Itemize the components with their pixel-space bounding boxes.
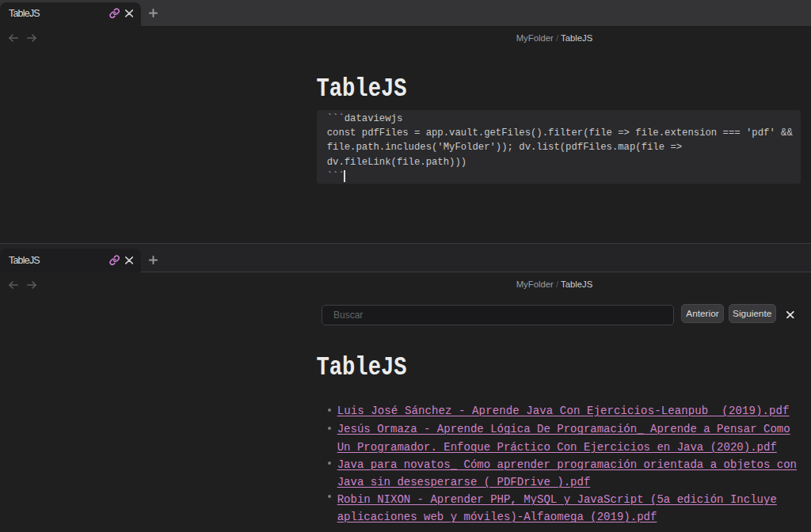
svg-text:TableJS: TableJS [316, 74, 406, 104]
svg-text:TableJS: TableJS [316, 353, 406, 382]
